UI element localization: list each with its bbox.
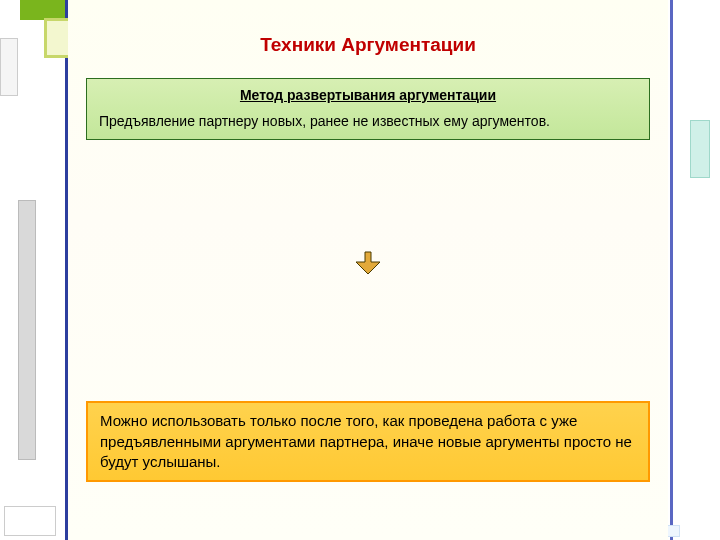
decor-block-left-small <box>0 38 18 96</box>
decor-block-right <box>690 120 710 178</box>
slide-title: Техники Аргументации <box>68 34 668 56</box>
method-heading: Метод развертывания аргументации <box>99 87 637 103</box>
svg-marker-0 <box>356 252 380 274</box>
decor-bottom-left <box>4 506 56 536</box>
slide-body: Техники Аргументации Метод развертывания… <box>68 0 668 540</box>
decor-block-grey-left <box>18 200 36 460</box>
method-box: Метод развертывания аргументации Предъяв… <box>86 78 650 140</box>
decor-vertical-line-right <box>670 0 673 540</box>
note-box: Можно использовать только после того, ка… <box>86 401 650 482</box>
down-arrow-icon <box>354 250 382 278</box>
method-body: Предъявление партнеру новых, ранее не из… <box>99 113 637 129</box>
decor-block-green <box>20 0 65 20</box>
